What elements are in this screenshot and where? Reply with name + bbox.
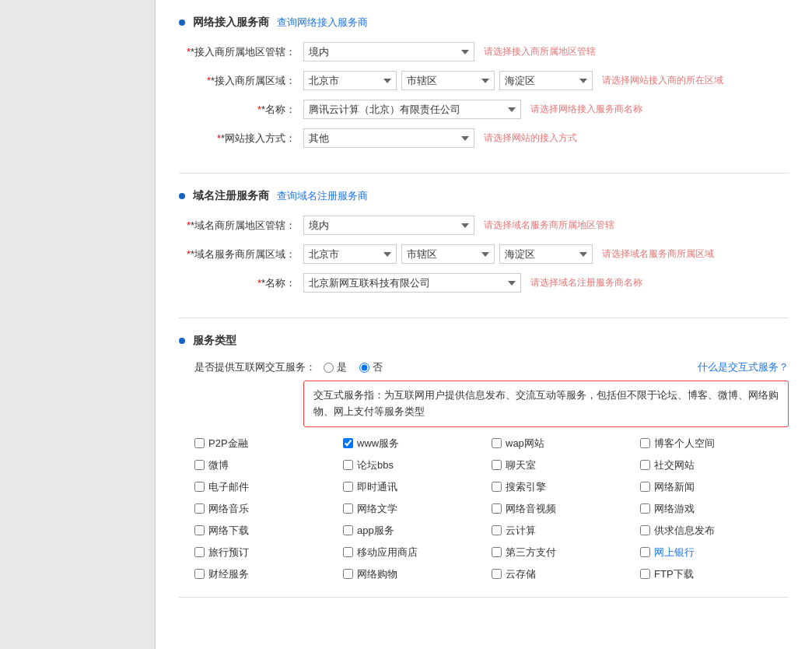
checkbox-literature[interactable] [343,503,353,514]
checkbox-label-ftp[interactable]: FTP下载 [654,567,694,581]
checkbox-label-cloud_storage[interactable]: 云存储 [506,567,536,581]
domain-query-link[interactable]: 查询域名注册服务商 [277,189,368,203]
checkbox-label-social[interactable]: 社交网站 [654,458,695,472]
checkbox-weibo[interactable] [194,460,205,470]
service-checkbox-item: 聊天室 [492,458,640,472]
checkbox-label-chatroom[interactable]: 聊天室 [506,458,536,472]
checkbox-shopping[interactable] [343,569,353,579]
checkbox-label-online_bank[interactable]: 网上银行 [654,546,695,560]
domain-section-title: 域名注册服务商 查询域名注册服务商 [179,189,789,203]
radio-no-item[interactable]: 否 [359,360,383,374]
domain-name-hint: 请选择域名注册服务商名称 [530,276,642,289]
checkbox-app[interactable] [343,525,353,535]
isp-area-district-select[interactable]: 海淀区 [499,71,593,90]
domain-name-select[interactable]: 北京新网互联科技有限公司 [303,273,521,293]
domain-area-controls: 北京市 市辖区 海淀区 请选择域名服务商所属区域 [303,244,789,264]
isp-name-row: **名称： 腾讯云计算（北京）有限责任公司 请选择网络接入服务商名称 [179,100,789,119]
checkbox-supply[interactable] [640,525,650,535]
checkbox-label-email[interactable]: 电子邮件 [208,480,249,494]
interactive-service-left: 是否提供互联网交互服务： 是 否 [179,360,383,374]
checkbox-label-im[interactable]: 即时通讯 [357,480,397,494]
radio-yes[interactable] [324,363,334,373]
checkbox-download[interactable] [194,525,205,535]
checkbox-label-video[interactable]: 网络音视频 [506,502,556,516]
checkbox-label-download[interactable]: 网络下载 [208,524,249,538]
checkbox-blog_personal[interactable] [640,438,650,448]
checkbox-finance[interactable] [194,569,205,579]
isp-section: 网络接入服务商 查询网络接入服务商 **接入商所属地区管辖： 境内 请选择接入商… [179,0,789,174]
checkbox-label-shopping[interactable]: 网络购物 [357,567,397,581]
checkbox-label-news[interactable]: 网络新闻 [654,480,695,494]
checkbox-label-payment[interactable]: 第三方支付 [506,546,556,560]
isp-name-controls: 腾讯云计算（北京）有限责任公司 请选择网络接入服务商名称 [303,100,789,119]
checkbox-chatroom[interactable] [492,460,502,470]
service-checkbox-item: 网络下载 [194,524,343,538]
checkbox-game[interactable] [640,503,650,514]
domain-region-select[interactable]: 境内 [303,216,474,235]
checkbox-www[interactable] [343,438,353,448]
radio-yes-item[interactable]: 是 [324,360,347,374]
checkbox-label-mobile_store[interactable]: 移动应用商店 [357,546,418,560]
domain-section: 域名注册服务商 查询域名注册服务商 **域名商所属地区管辖： 境内 请选择域名服… [179,174,789,318]
service-checkbox-grid: P2P金融www服务wap网站博客个人空间微博论坛bbs聊天室社交网站电子邮件即… [194,437,789,581]
what-is-link-text[interactable]: 什么是交互式服务？ [698,361,789,373]
checkbox-label-search[interactable]: 搜索引擎 [506,480,546,494]
isp-query-link[interactable]: 查询网络接入服务商 [277,16,368,30]
checkbox-travel[interactable] [194,547,205,557]
service-checkbox-item: 论坛bbs [343,458,492,472]
checkbox-social[interactable] [640,460,650,470]
checkbox-news[interactable] [640,482,650,492]
domain-area-province-select[interactable]: 北京市 [303,244,397,264]
domain-region-hint: 请选择域名服务商所属地区管辖 [484,219,614,232]
checkbox-mobile_store[interactable] [343,547,353,557]
checkbox-label-www[interactable]: www服务 [357,437,399,451]
checkbox-label-supply[interactable]: 供求信息发布 [654,524,715,538]
checkbox-email[interactable] [194,482,205,492]
isp-area-hint: 请选择网站接入商的所在区域 [602,74,723,87]
service-checkbox-item: 移动应用商店 [343,546,492,560]
checkbox-payment[interactable] [492,547,502,557]
checkbox-search[interactable] [492,482,502,492]
domain-name-row: **名称： 北京新网互联科技有限公司 请选择域名注册服务商名称 [179,273,789,293]
service-checkbox-item: 网络购物 [343,567,492,581]
checkbox-label-wap[interactable]: wap网站 [506,437,544,451]
checkbox-label-app[interactable]: app服务 [357,524,394,538]
domain-area-district-select[interactable]: 海淀区 [499,244,593,264]
checkbox-p2p[interactable] [194,438,205,448]
isp-region-label: **接入商所属地区管辖： [179,45,303,59]
checkbox-label-cloud[interactable]: 云计算 [506,524,536,538]
checkbox-label-bbs[interactable]: 论坛bbs [357,458,394,472]
checkbox-label-p2p[interactable]: P2P金融 [208,437,248,451]
service-title-text: 服务类型 [193,334,236,348]
what-is-interactive-link[interactable]: 什么是交互式服务？ [698,360,789,374]
radio-yes-label: 是 [337,360,347,374]
checkbox-cloud_storage[interactable] [492,569,502,579]
checkbox-label-travel[interactable]: 旅行预订 [208,546,249,560]
checkbox-label-weibo[interactable]: 微博 [208,458,229,472]
isp-area-province-select[interactable]: 北京市 [303,71,397,90]
service-checkbox-item: 微博 [194,458,343,472]
service-checkbox-item: wap网站 [492,437,640,451]
isp-area-city-select[interactable]: 市辖区 [401,71,495,90]
service-checkbox-item: 网络文学 [343,502,492,516]
checkbox-label-literature[interactable]: 网络文学 [357,502,397,516]
checkbox-label-music[interactable]: 网络音乐 [208,502,249,516]
checkbox-wap[interactable] [492,438,502,448]
checkbox-video[interactable] [492,503,502,514]
checkbox-im[interactable] [343,482,353,492]
isp-access-select[interactable]: 其他 [303,128,474,148]
checkbox-label-blog_personal[interactable]: 博客个人空间 [654,437,715,451]
isp-region-select[interactable]: 境内 [303,42,474,61]
checkbox-music[interactable] [194,503,205,514]
service-checkbox-item: 社交网站 [640,458,789,472]
isp-name-select[interactable]: 腾讯云计算（北京）有限责任公司 [303,100,521,119]
service-checkbox-item: FTP下载 [640,567,789,581]
checkbox-label-game[interactable]: 网络游戏 [654,502,695,516]
radio-no[interactable] [359,363,369,373]
checkbox-ftp[interactable] [640,569,650,579]
checkbox-label-finance[interactable]: 财经服务 [208,567,249,581]
checkbox-online_bank[interactable] [640,547,650,557]
checkbox-bbs[interactable] [343,460,353,470]
checkbox-cloud[interactable] [492,525,502,535]
domain-area-city-select[interactable]: 市辖区 [401,244,495,264]
